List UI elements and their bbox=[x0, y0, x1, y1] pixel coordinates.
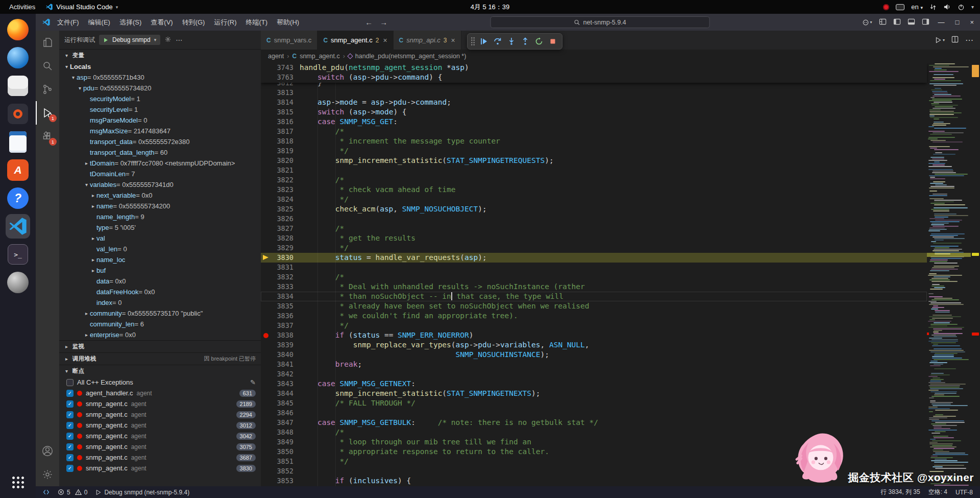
debug-settings-gear-icon[interactable] bbox=[164, 36, 172, 44]
gutter-3830[interactable]: 3830 bbox=[261, 253, 300, 263]
editor-more-actions-icon[interactable]: ⋯ bbox=[965, 35, 973, 45]
gutter-3743[interactable]: 3743 bbox=[261, 63, 300, 73]
code-line-3837[interactable]: 3837 */ bbox=[261, 321, 927, 330]
variable-row-msgParseModel[interactable]: msgParseModel = 0 bbox=[59, 115, 261, 126]
gutter-3823[interactable]: 3823 bbox=[261, 185, 300, 195]
code-line-3824[interactable]: 3824 */ bbox=[261, 195, 927, 204]
code-line-3814[interactable]: 3814 asp->mode = asp->pdu->command; bbox=[261, 98, 927, 107]
code-line-3821[interactable]: 3821 bbox=[261, 165, 927, 175]
variable-row-val_len[interactable]: val_len = 0 bbox=[59, 244, 261, 254]
gutter-3833[interactable]: 3833 bbox=[261, 282, 300, 292]
assistant-icon[interactable]: ▾ bbox=[862, 19, 872, 26]
twisty-icon[interactable]: ▾ bbox=[77, 85, 83, 91]
twisty-icon[interactable]: ▾ bbox=[70, 75, 77, 80]
gutter-3813[interactable]: 3813 bbox=[261, 88, 300, 98]
extensions-icon[interactable]: 1 bbox=[36, 125, 59, 148]
menu-item[interactable]: 转到(G) bbox=[178, 16, 210, 29]
twisty-icon[interactable]: ▸ bbox=[90, 203, 96, 209]
twisty-icon[interactable]: ▸ bbox=[83, 311, 90, 316]
thunderbird-dock-icon[interactable] bbox=[6, 45, 30, 70]
code-line-3827[interactable]: 3827 /* bbox=[261, 224, 927, 233]
gutter-3818[interactable]: 3818 bbox=[261, 136, 300, 146]
variable-row-tDomain[interactable]: ▸tDomain = 0x7ffff7cc7080 <netsnmpUDPDom… bbox=[59, 158, 261, 169]
settings-gear-icon[interactable] bbox=[36, 463, 59, 486]
debug-stop-button[interactable] bbox=[547, 35, 559, 48]
code-line-3826[interactable]: 3826 bbox=[261, 214, 927, 224]
run-and-debug-icon[interactable]: 1 bbox=[36, 101, 59, 125]
run-file-button[interactable]: ▾ bbox=[935, 37, 945, 43]
variable-row-data[interactable]: data = 0x0 bbox=[59, 276, 261, 287]
variable-row-asp[interactable]: ▾asp = 0x55555571b430 bbox=[59, 72, 261, 83]
checkbox-checked[interactable]: ✓ bbox=[66, 390, 74, 397]
gutter-3852[interactable]: 3852 bbox=[261, 466, 300, 476]
gutter-3834[interactable]: 3834 bbox=[261, 292, 300, 301]
gutter-3815[interactable]: 3815 bbox=[261, 107, 300, 117]
variable-row-community_len[interactable]: community_len = 6 bbox=[59, 319, 261, 329]
checkbox-checked[interactable]: ✓ bbox=[66, 443, 74, 450]
code-line-3822[interactable]: 3822 /* bbox=[261, 175, 927, 185]
focused-app-menu[interactable]: Visual Studio Code ▾ bbox=[45, 3, 118, 11]
files-dock-icon[interactable] bbox=[6, 74, 30, 98]
breakpoint-row-snmp_agent.c-2189[interactable]: ✓snmp_agent.cagent2189 bbox=[59, 398, 261, 409]
menu-item[interactable]: 文件(F) bbox=[53, 16, 84, 29]
code-line-3815[interactable]: 3815 switch (asp->mode) { bbox=[261, 107, 927, 117]
activities-button[interactable]: Activities bbox=[6, 2, 38, 12]
indentation-status[interactable]: 空格: 4 bbox=[924, 486, 951, 498]
menu-item[interactable]: 运行(R) bbox=[209, 16, 241, 29]
breakpoint-icon[interactable] bbox=[263, 333, 268, 338]
code-line-3840[interactable]: 3840 SNMP_NOSUCHINSTANCE); bbox=[261, 350, 927, 360]
gutter-3822[interactable]: 3822 bbox=[261, 175, 300, 185]
overview-ruler[interactable] bbox=[971, 63, 980, 486]
edit-condition-icon[interactable]: ✎ bbox=[250, 378, 256, 386]
gutter-3847[interactable]: 3847 bbox=[261, 418, 300, 428]
variable-row-transport_data_length[interactable]: transport_data_length = 60 bbox=[59, 147, 261, 158]
twisty-icon[interactable]: ▸ bbox=[83, 332, 90, 338]
code-line-3819[interactable]: 3819 */ bbox=[261, 146, 927, 156]
gutter-3827[interactable]: 3827 bbox=[261, 224, 300, 233]
debug-restart-button[interactable] bbox=[533, 35, 545, 48]
window-minimize-button[interactable]: — bbox=[936, 18, 947, 26]
panel-more-actions-icon[interactable]: ⋯ bbox=[176, 36, 182, 44]
source-control-icon[interactable] bbox=[36, 78, 59, 101]
breadcrumb-item[interactable]: handle_pdu(netsnmp_agent_session *) bbox=[355, 53, 467, 60]
menu-item[interactable]: 编辑(E) bbox=[84, 16, 115, 29]
breakpoint-row-snmp_agent.c-3687[interactable]: ✓snmp_agent.cagent3687 bbox=[59, 452, 261, 463]
app-grid-icon[interactable] bbox=[6, 470, 30, 494]
gutter-3839[interactable]: 3839 bbox=[261, 340, 300, 350]
problems-status[interactable]: 5 0 bbox=[54, 486, 91, 498]
gutter-3848[interactable]: 3848 bbox=[261, 428, 300, 437]
variable-row-tDomainLen[interactable]: tDomainLen = 7 bbox=[59, 169, 261, 179]
gutter-3814[interactable]: 3814 bbox=[261, 98, 300, 107]
encoding-status[interactable]: UTF-8 bbox=[951, 486, 977, 498]
toggle-sidebar-icon[interactable] bbox=[893, 18, 901, 27]
code-line-3820[interactable]: 3820 snmp_increment_statistic(STAT_SNMPI… bbox=[261, 156, 927, 165]
debug-status[interactable]: Debug snmpd (net-snmp-5.9.4) bbox=[91, 486, 193, 498]
window-maximize-button[interactable]: □ bbox=[953, 18, 962, 26]
code-line-3825[interactable]: 3825 check_acm(asp, SNMP_NOSUCHOBJECT); bbox=[261, 204, 927, 214]
variable-row-dataFreeHook[interactable]: dataFreeHook = 0x0 bbox=[59, 287, 261, 297]
variable-row-Locals[interactable]: ▾Locals bbox=[59, 61, 261, 72]
checkbox-checked[interactable]: ✓ bbox=[66, 411, 74, 418]
gutter-3820[interactable]: 3820 bbox=[261, 156, 300, 165]
menu-item[interactable]: 终端(T) bbox=[241, 16, 272, 29]
breakpoint-row-snmp_agent.c-3830[interactable]: ✓snmp_agent.cagent3830 bbox=[59, 463, 261, 473]
gutter-3836[interactable]: 3836 bbox=[261, 311, 300, 321]
gutter-3846[interactable]: 3846 bbox=[261, 408, 300, 418]
gutter-3842[interactable]: 3842 bbox=[261, 369, 300, 379]
network-icon[interactable] bbox=[929, 4, 937, 11]
checkbox-checked[interactable]: ✓ bbox=[66, 454, 74, 461]
variable-row-securityModel[interactable]: securityModel = 1 bbox=[59, 93, 261, 104]
breadcrumb-item[interactable]: agent bbox=[268, 53, 284, 60]
variable-row-type[interactable]: type = 5 '\005' bbox=[59, 222, 261, 233]
variable-row-next_variable[interactable]: ▸next_variable = 0x0 bbox=[59, 190, 261, 201]
code-line-3845[interactable]: 3845 /* FALL THROUGH */ bbox=[261, 398, 927, 408]
gutter-3845[interactable]: 3845 bbox=[261, 398, 300, 408]
code-line-3847[interactable]: 3847 case SNMP_MSG_GETBULK: /* note: the… bbox=[261, 418, 927, 428]
gutter-3826[interactable]: 3826 bbox=[261, 214, 300, 224]
volume-icon[interactable] bbox=[943, 3, 951, 11]
code-line-3839[interactable]: 3839 snmp_replace_var_types(asp->pdu->va… bbox=[261, 340, 927, 350]
code-line-3841[interactable]: 3841 break; bbox=[261, 360, 927, 369]
gutter-3825[interactable]: 3825 bbox=[261, 204, 300, 214]
gutter-3840[interactable]: 3840 bbox=[261, 350, 300, 360]
twisty-icon[interactable]: ▸ bbox=[90, 268, 96, 273]
